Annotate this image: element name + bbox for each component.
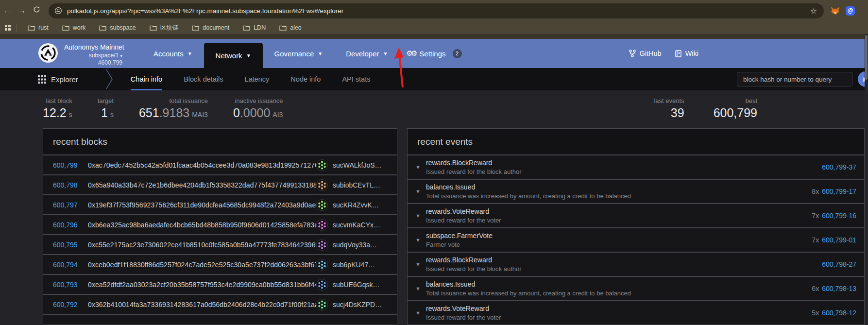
- bookmark-label: aleo: [290, 24, 302, 31]
- forward-icon[interactable]: →: [15, 6, 29, 16]
- tab-item[interactable]: Chain info: [131, 68, 162, 90]
- stat-value: 600,799: [714, 106, 757, 120]
- menu-settings[interactable]: ⚙⚙ Settings 2: [399, 39, 468, 68]
- list-item: ▼ rewards.BlockReward Issued reward for …: [408, 253, 864, 277]
- block-author[interactable]: sucKR4ZvvK…: [316, 199, 397, 211]
- block-author[interactable]: sucvmKaCYx…: [316, 219, 397, 231]
- url-bar[interactable]: polkadot.js.org/apps/?rpc=wss%3A%2F%2Frp…: [49, 3, 824, 18]
- folder-icon: [279, 25, 287, 31]
- event-block-link[interactable]: 600,798-13: [822, 285, 856, 292]
- bookmark-item[interactable]: aleo: [272, 24, 308, 31]
- event-ref: 8x600,799-17: [812, 188, 856, 195]
- bookmark-item[interactable]: work: [55, 24, 92, 31]
- event-block-link[interactable]: 600,798-27: [822, 260, 856, 268]
- chevron-down-icon[interactable]: ▼: [415, 261, 426, 267]
- event-block-link[interactable]: 600,799-16: [822, 212, 856, 220]
- bookmark-item[interactable]: 区块链: [143, 24, 186, 32]
- folder-icon: [192, 25, 199, 31]
- block-author[interactable]: sucWALkfJoS…: [316, 159, 397, 171]
- apps-grid-icon[interactable]: [5, 25, 11, 31]
- site-info-icon[interactable]: [54, 7, 62, 15]
- block-hash: 0x65a940a33b47c72e1b6dbee4204db1f5335832…: [86, 181, 316, 189]
- identicon: [316, 159, 328, 171]
- scrollbar-thumb[interactable]: [865, 35, 868, 80]
- block-author[interactable]: sudqVoy33a…: [316, 239, 397, 251]
- menu-item[interactable]: Accounts ▼: [142, 39, 204, 68]
- tab-item[interactable]: API stats: [342, 68, 370, 90]
- block-number-link[interactable]: 600,793: [43, 281, 86, 289]
- extension-icons: @: [831, 6, 855, 16]
- bookmark-item[interactable]: document: [185, 24, 236, 31]
- identicon: [316, 179, 328, 191]
- chevron-down-icon[interactable]: ▼: [415, 188, 426, 194]
- menu-label: Developer: [346, 50, 379, 58]
- chevron-down-icon[interactable]: ▼: [415, 310, 426, 316]
- tab-item[interactable]: Node info: [290, 68, 321, 90]
- block-number-link[interactable]: 600,799: [43, 161, 86, 169]
- explorer-section[interactable]: Explorer: [38, 75, 78, 84]
- tab-item[interactable]: Block details: [184, 68, 223, 90]
- event-text: rewards.VoteReward Issued reward for the…: [426, 207, 812, 224]
- menu-item[interactable]: Network ▼: [204, 43, 263, 68]
- bookmark-item[interactable]: rust: [21, 24, 55, 31]
- url-text[interactable]: polkadot.js.org/apps/?rpc=wss%3A%2F%2Frp…: [67, 7, 810, 15]
- chevron-down-icon[interactable]: ▼: [415, 213, 426, 219]
- block-hash: 0x362b410014fa3a73369314283617a0d56db240…: [86, 301, 316, 308]
- bookmarks-list: rust work subspace 区块链 document LDN aleo: [21, 24, 308, 32]
- event-block-link[interactable]: 600,798-12: [822, 309, 856, 317]
- chevron-down-icon[interactable]: ▼: [415, 164, 426, 170]
- page-scrollbar[interactable]: [865, 34, 868, 325]
- menu-item[interactable]: Developer ▼: [334, 39, 399, 68]
- settings-badge: 2: [453, 49, 462, 58]
- block-number-link[interactable]: 600,798: [43, 181, 86, 189]
- event-name: rewards.VoteReward: [426, 207, 812, 216]
- bookmark-star-icon[interactable]: ☆: [810, 6, 817, 16]
- chain-info-block[interactable]: Autonomys Mainnet subspace/1 ▾ #600,799: [64, 39, 122, 68]
- content-panels: recent blocks 600,799 0xac70edc7452b5c42…: [43, 128, 865, 325]
- table-row: 600,799 0xac70edc7452b5c42a5fd01fcaac4b0…: [43, 155, 397, 175]
- block-author[interactable]: subiobCEvTL…: [316, 179, 397, 191]
- browser-toolbar: ← → polkadot.js.org/apps/?rpc=wss%3A%2F%…: [0, 0, 868, 21]
- bookmark-item[interactable]: subspace: [92, 24, 143, 31]
- chain-logo[interactable]: [38, 43, 58, 68]
- block-search-input[interactable]: [737, 72, 852, 86]
- recent-events-list: ▼ rewards.BlockReward Issued reward for …: [408, 155, 864, 325]
- event-block-link[interactable]: 600,799-17: [822, 188, 856, 195]
- event-name: balances.Issued: [426, 280, 812, 289]
- menu-item[interactable]: Governance ▼: [263, 39, 335, 68]
- wiki-link[interactable]: Wiki: [675, 50, 698, 57]
- identicon: [316, 239, 328, 251]
- event-text: balances.Issued Total issuance was incre…: [426, 280, 812, 297]
- tab-item[interactable]: Latency: [245, 68, 270, 90]
- block-number-link[interactable]: 600,792: [43, 301, 86, 308]
- chevron-down-icon[interactable]: ▼: [415, 286, 426, 291]
- chevron-down-icon: ▼: [187, 51, 192, 56]
- back-icon[interactable]: ←: [0, 6, 15, 16]
- bookmarks-divider: [17, 24, 17, 32]
- refresh-icon[interactable]: [29, 6, 44, 16]
- github-link[interactable]: GitHub: [629, 50, 662, 57]
- refresh-glyph: [33, 6, 40, 13]
- stat-card: inactive issuance 0.0000AI3: [233, 97, 283, 122]
- list-item: ▼ balances.Issued Total issuance was inc…: [408, 277, 864, 301]
- block-author[interactable]: sucj4DsKZPD…: [316, 299, 397, 310]
- event-block-link[interactable]: 600,799-01: [822, 236, 856, 244]
- event-block-link[interactable]: 600,799-37: [822, 163, 856, 171]
- chevron-down-icon[interactable]: ▼: [415, 237, 426, 243]
- block-number-link[interactable]: 600,797: [43, 201, 86, 209]
- stat-label: last block: [43, 97, 72, 104]
- block-author[interactable]: sub6pKU47…: [316, 259, 397, 271]
- menu-label: Accounts: [153, 50, 184, 58]
- stat-label: total issuance: [139, 97, 208, 104]
- settings-label: Settings: [419, 50, 445, 58]
- block-number-link[interactable]: 600,794: [43, 261, 86, 269]
- block-number-link[interactable]: 600,795: [43, 241, 86, 249]
- block-number-link[interactable]: 600,796: [43, 221, 86, 229]
- app-header: Autonomys Mainnet subspace/1 ▾ #600,799 …: [0, 39, 868, 68]
- author-name: subUE6Gqsk…: [333, 281, 379, 289]
- event-text: rewards.BlockReward Issued reward for th…: [426, 158, 822, 176]
- browser-extension-icon[interactable]: @: [846, 6, 855, 16]
- metamask-icon[interactable]: [831, 6, 840, 15]
- block-author[interactable]: subUE6Gqsk…: [316, 279, 397, 291]
- bookmark-item[interactable]: LDN: [236, 24, 272, 31]
